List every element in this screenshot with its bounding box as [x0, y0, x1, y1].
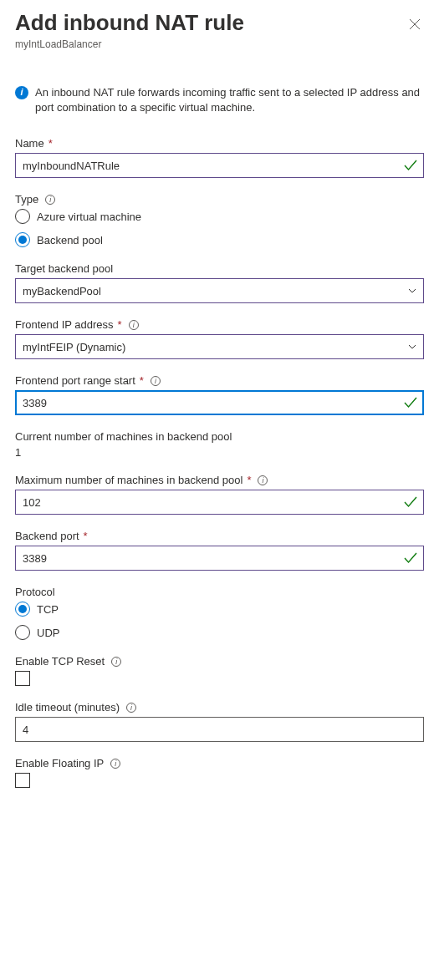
backend-port-label: Backend port [15, 530, 79, 542]
type-label: Type [15, 193, 38, 206]
info-text: An inbound NAT rule forwards incoming tr… [35, 85, 424, 115]
frontend-port-start-label: Frontend port range start [15, 374, 135, 387]
frontend-ip-select[interactable]: myIntFEIP (Dynamic) [15, 334, 424, 359]
protocol-udp-label: UDP [37, 627, 59, 639]
help-icon[interactable]: i [45, 195, 55, 205]
protocol-radio-udp[interactable]: UDP [15, 625, 424, 640]
close-icon [409, 18, 421, 30]
help-icon[interactable]: i [126, 703, 136, 713]
required-indicator: * [247, 474, 251, 486]
close-button[interactable] [406, 15, 424, 37]
radio-circle-icon [15, 602, 30, 617]
help-icon[interactable]: i [111, 657, 121, 667]
tcp-reset-label: Enable TCP Reset [15, 655, 105, 668]
name-input[interactable] [15, 153, 424, 178]
name-label: Name [15, 137, 44, 150]
type-bp-label: Backend pool [37, 234, 103, 246]
max-machines-label: Maximum number of machines in backend po… [15, 474, 242, 486]
help-icon[interactable]: i [129, 320, 139, 330]
type-radio-bp[interactable]: Backend pool [15, 232, 424, 247]
current-machines-label: Current number of machines in backend po… [15, 430, 232, 443]
current-machines-value: 1 [15, 446, 424, 459]
target-backend-pool-label: Target backend pool [15, 262, 113, 275]
required-indicator: * [140, 374, 144, 387]
type-avm-label: Azure virtual machine [37, 211, 141, 223]
tcp-reset-checkbox[interactable] [15, 671, 30, 686]
help-icon[interactable]: i [110, 759, 120, 769]
help-icon[interactable]: i [151, 376, 161, 386]
frontend-port-start-input[interactable] [15, 390, 424, 415]
type-radio-avm[interactable]: Azure virtual machine [15, 209, 424, 224]
resource-subtitle: myIntLoadBalancer [15, 38, 424, 50]
floating-ip-checkbox[interactable] [15, 773, 30, 788]
required-indicator: * [48, 137, 53, 150]
radio-dot-icon [18, 605, 27, 613]
required-indicator: * [118, 318, 122, 331]
radio-circle-icon [15, 625, 30, 640]
required-indicator: * [84, 530, 88, 542]
radio-circle-icon [15, 232, 30, 247]
radio-circle-icon [15, 209, 30, 224]
frontend-ip-value: myIntFEIP (Dynamic) [23, 341, 125, 353]
protocol-tcp-label: TCP [37, 603, 59, 616]
target-backend-pool-value: myBackendPool [23, 285, 101, 297]
help-icon[interactable]: i [258, 475, 268, 485]
floating-ip-label: Enable Floating IP [15, 757, 104, 769]
target-backend-pool-select[interactable]: myBackendPool [15, 278, 424, 303]
idle-timeout-input[interactable] [15, 717, 424, 742]
info-banner: i An inbound NAT rule forwards incoming … [15, 85, 424, 115]
protocol-label: Protocol [15, 586, 55, 598]
max-machines-input[interactable] [15, 490, 424, 515]
frontend-ip-label: Frontend IP address [15, 318, 114, 331]
idle-timeout-label: Idle timeout (minutes) [15, 701, 120, 713]
protocol-radio-tcp[interactable]: TCP [15, 602, 424, 617]
page-title: Add inbound NAT rule [15, 10, 244, 36]
info-icon: i [15, 86, 28, 99]
backend-port-input[interactable] [15, 546, 424, 571]
radio-dot-icon [18, 236, 27, 244]
